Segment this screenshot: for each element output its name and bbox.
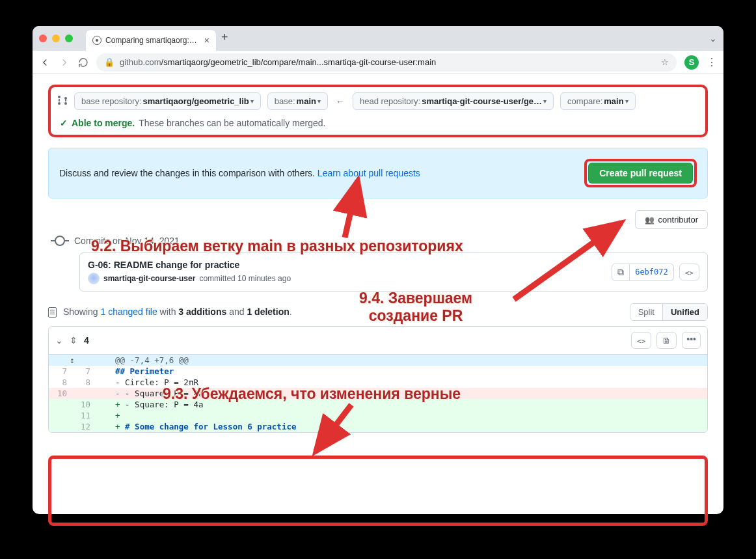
new-tab-button[interactable]: + [221,31,228,44]
merge-status: ✓ Able to merge. These branches can be a… [57,115,699,128]
unified-view-button[interactable]: Unified [662,304,707,320]
bookmark-icon[interactable]: ☆ [661,57,669,67]
code-view-icon[interactable] [631,332,651,349]
diff-line: 88- Circle: P = 2πR [49,377,707,388]
window-maximize-icon[interactable] [65,34,73,42]
file-menu-icon[interactable]: ••• [682,332,701,349]
url-text: github.com/smartiqaorg/geometric_lib/com… [120,57,436,67]
create-pr-highlight: Create pull request [584,159,697,187]
caret-down-icon: ▾ [543,98,547,105]
diff-line-deleted: 10- Square: P = 4a [49,388,707,399]
branch-selector-row: base repository: smartiqaorg/geometric_l… [57,92,699,110]
caret-down-icon: ▾ [250,98,254,105]
changed-files-link[interactable]: 1 changed file [100,307,157,317]
compare-panel-highlight: base repository: smartiqaorg/geometric_l… [48,85,708,137]
copy-sha-button[interactable] [612,264,630,281]
commit-row: G-06: README change for practice smartiq… [79,252,708,292]
compare-icon [57,95,68,108]
merge-status-label: Able to merge. [72,118,135,128]
rendered-view-icon[interactable] [656,332,677,349]
author-avatar[interactable] [88,273,100,284]
compare-branch-dropdown[interactable]: compare: main ▾ [560,92,636,110]
browser-window: Comparing smartiqaorg:main... × + ⌄ 🔒 gi… [33,26,723,514]
commit-time: committed 10 minutes ago [199,274,291,283]
diff-line-added: 12# Some change for Lesson 6 practice [49,421,707,432]
diff-view-toggle: Split Unified [630,303,708,321]
back-button[interactable] [39,57,51,68]
learn-pr-link[interactable]: Learn about pull requests [317,168,420,178]
address-bar[interactable]: 🔒 github.com/smartiqaorg/geometric_lib/c… [96,53,677,72]
diff-table: ↕@@ -7,4 +7,6 @@ 77## Perimeter 88- Circ… [49,355,707,432]
split-view-button[interactable]: Split [630,304,662,320]
browser-menu-icon[interactable]: ⋮ [707,56,717,68]
collapse-file-icon[interactable]: ⌄ [55,335,63,346]
diff-file: ⌄ ⇕ 4 ••• ↕@@ -7,4 +7,6 @@ 77## Perimete… [48,326,708,433]
github-favicon-icon [92,36,101,45]
tab-close-icon[interactable]: × [204,35,209,46]
commit-sha-link[interactable]: 6ebf072 [630,264,674,281]
window-minimize-icon[interactable] [52,34,60,42]
create-pull-request-button[interactable]: Create pull request [588,163,693,184]
browse-repo-at-commit-button[interactable] [679,264,699,280]
profile-avatar[interactable]: S [684,55,699,70]
caret-down-icon: ▾ [625,98,628,105]
tab-strip: Comparing smartiqaorg:main... × + ⌄ [33,26,723,51]
forward-button[interactable] [59,57,70,68]
diff-hunk-header: ↕@@ -7,4 +7,6 @@ [49,355,707,366]
base-repository-dropdown[interactable]: base repository: smartiqaorg/geometric_l… [74,92,261,110]
reload-button[interactable] [78,57,88,68]
tab-title: Comparing smartiqaorg:main... [105,36,200,45]
page-content: base repository: smartiqaorg/geometric_l… [33,74,723,443]
commit-node-icon [55,236,65,246]
stats-row: contributor [48,210,708,229]
commit-title[interactable]: G-06: README change for practice [88,260,605,270]
browser-toolbar: 🔒 github.com/smartiqaorg/geometric_lib/c… [33,51,723,74]
files-summary-row: Showing 1 changed file with 3 additions … [48,303,708,321]
diff-line-added: 10- Square: P = 4a [49,399,707,410]
files-summary-text: Showing 1 changed file with 3 additions … [48,307,292,318]
base-branch-dropdown[interactable]: base: main ▾ [267,92,328,110]
tabs-menu-icon[interactable]: ⌄ [709,33,717,44]
diff-line: 77## Perimeter [49,366,707,377]
contributor-box[interactable]: contributor [635,210,708,229]
merge-status-text: These branches can be automatically merg… [139,118,325,128]
expand-up-icon: ↕ [70,355,75,365]
sha-button-group: 6ebf072 [612,264,674,281]
commits-timeline: Commits on Nov 14, 2021 G-06: README cha… [55,236,708,292]
browser-tab[interactable]: Comparing smartiqaorg:main... × [86,30,216,51]
create-pr-banner: Discuss and review the changes in this c… [48,148,708,198]
banner-text: Discuss and review the changes in this c… [59,168,420,178]
commit-author[interactable]: smartiqa-git-course-user [103,274,195,283]
head-repository-dropdown[interactable]: head repository: smartiqa-git-course-use… [353,92,554,110]
diff-line-added: 11 [49,410,707,421]
people-icon [645,215,655,225]
check-icon: ✓ [60,118,68,128]
expand-icon[interactable]: ⇕ [70,335,77,346]
diff-changes-count: 4 [84,335,89,346]
file-icon [48,307,57,318]
window-controls [39,34,73,42]
lock-icon: 🔒 [104,57,115,67]
commits-date-header: Commits on Nov 14, 2021 [74,236,180,246]
arrow-left-icon: ← [336,96,345,107]
caret-down-icon: ▾ [317,98,321,105]
diff-file-header: ⌄ ⇕ 4 ••• [49,327,707,355]
window-close-icon[interactable] [39,34,47,42]
